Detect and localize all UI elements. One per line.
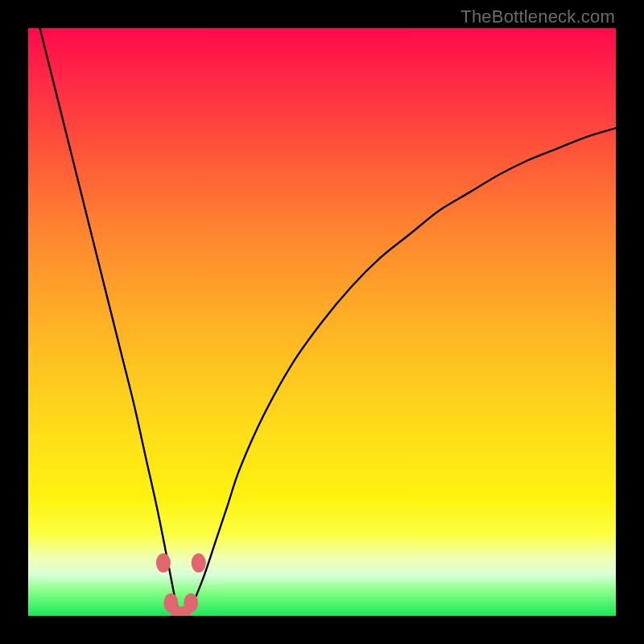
curve-marker: [192, 553, 206, 572]
curve-markers: [156, 553, 206, 616]
chart-frame: TheBottleneck.com: [0, 0, 644, 644]
watermark-text: TheBottleneck.com: [460, 6, 615, 27]
curve-marker: [156, 553, 171, 572]
curve-layer: [28, 28, 616, 616]
plot-area: [28, 28, 616, 616]
bottleneck-curve: [40, 28, 616, 616]
